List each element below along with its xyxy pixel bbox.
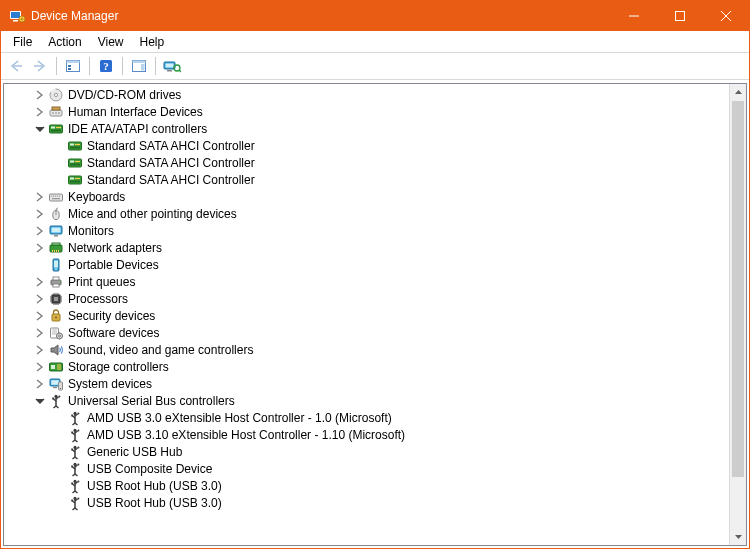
- scroll-down-button[interactable]: [730, 528, 746, 545]
- vertical-scrollbar[interactable]: [729, 84, 746, 545]
- menu-help[interactable]: Help: [132, 33, 173, 51]
- tree-node[interactable]: Processors: [6, 290, 729, 307]
- hid-icon: [48, 104, 64, 120]
- svg-text:?: ?: [103, 60, 109, 72]
- tree-node[interactable]: AMD USB 3.0 eXtensible Host Controller -…: [6, 409, 729, 426]
- tree-node[interactable]: Print queues: [6, 273, 729, 290]
- tree-node[interactable]: USB Root Hub (USB 3.0): [6, 477, 729, 494]
- chevron-down-icon[interactable]: [33, 122, 47, 136]
- chevron-right-icon[interactable]: [33, 190, 47, 204]
- mouse-icon: [48, 206, 64, 222]
- tree-node[interactable]: Standard SATA AHCI Controller: [6, 154, 729, 171]
- tree-node-label: Keyboards: [68, 190, 125, 204]
- tree-node[interactable]: System devices: [6, 375, 729, 392]
- monitor-icon: [48, 223, 64, 239]
- tree-node[interactable]: Standard SATA AHCI Controller: [6, 171, 729, 188]
- chevron-right-icon[interactable]: [33, 377, 47, 391]
- tree-node[interactable]: Monitors: [6, 222, 729, 239]
- toolbar: ?: [1, 53, 749, 80]
- chevron-right-icon[interactable]: [33, 224, 47, 238]
- tree-node-label: Standard SATA AHCI Controller: [87, 139, 255, 153]
- scroll-up-button[interactable]: [730, 84, 746, 101]
- svg-rect-12: [133, 61, 146, 64]
- menu-view[interactable]: View: [90, 33, 132, 51]
- tree-node-label: USB Root Hub (USB 3.0): [87, 479, 222, 493]
- chevron-right-icon[interactable]: [33, 88, 47, 102]
- tree-node[interactable]: Standard SATA AHCI Controller: [6, 137, 729, 154]
- usb-icon: [48, 393, 64, 409]
- chevron-right-icon[interactable]: [33, 309, 47, 323]
- svg-rect-4: [676, 12, 685, 21]
- back-button[interactable]: [5, 55, 27, 77]
- tree-node-label: DVD/CD-ROM drives: [68, 88, 181, 102]
- tree-node[interactable]: Security devices: [6, 307, 729, 324]
- device-tree[interactable]: DVD/CD-ROM drivesHuman Interface Devices…: [4, 84, 729, 545]
- keyboard-icon: [48, 189, 64, 205]
- tree-node-label: Storage controllers: [68, 360, 169, 374]
- tree-node-label: Portable Devices: [68, 258, 159, 272]
- chevron-right-icon[interactable]: [33, 292, 47, 306]
- scrollbar-track[interactable]: [730, 101, 746, 528]
- tree-node[interactable]: DVD/CD-ROM drives: [6, 86, 729, 103]
- close-button[interactable]: [703, 1, 749, 31]
- tree-node-label: Network adapters: [68, 241, 162, 255]
- tree-node[interactable]: AMD USB 3.10 eXtensible Host Controller …: [6, 426, 729, 443]
- show-hide-tree-button[interactable]: [62, 55, 84, 77]
- tree-node[interactable]: Storage controllers: [6, 358, 729, 375]
- menubar: File Action View Help: [1, 31, 749, 53]
- tree-node[interactable]: Keyboards: [6, 188, 729, 205]
- tree-node[interactable]: USB Root Hub (USB 3.0): [6, 494, 729, 511]
- scan-hardware-button[interactable]: [161, 55, 183, 77]
- tree-node-label: AMD USB 3.10 eXtensible Host Controller …: [87, 428, 405, 442]
- show-hide-action-button[interactable]: [128, 55, 150, 77]
- network-icon: [48, 240, 64, 256]
- menu-action[interactable]: Action: [40, 33, 89, 51]
- usb-icon: [67, 478, 83, 494]
- chevron-right-icon[interactable]: [33, 207, 47, 221]
- software-icon: [48, 325, 64, 341]
- svg-rect-2: [13, 20, 18, 22]
- forward-button[interactable]: [29, 55, 51, 77]
- svg-rect-15: [166, 64, 174, 68]
- tree-node-label: Standard SATA AHCI Controller: [87, 156, 255, 170]
- minimize-button[interactable]: [611, 1, 657, 31]
- tree-node[interactable]: IDE ATA/ATAPI controllers: [6, 120, 729, 137]
- chevron-right-icon[interactable]: [33, 343, 47, 357]
- tree-node[interactable]: Universal Serial Bus controllers: [6, 392, 729, 409]
- tree-node-label: Security devices: [68, 309, 155, 323]
- svg-rect-13: [141, 64, 145, 71]
- chevron-right-icon[interactable]: [33, 241, 47, 255]
- tree-node-label: Sound, video and game controllers: [68, 343, 253, 357]
- usb-icon: [67, 495, 83, 511]
- tree-node[interactable]: Portable Devices: [6, 256, 729, 273]
- chevron-down-icon[interactable]: [33, 394, 47, 408]
- disc-icon: [48, 87, 64, 103]
- chevron-right-icon[interactable]: [33, 360, 47, 374]
- tree-node[interactable]: Sound, video and game controllers: [6, 341, 729, 358]
- security-icon: [48, 308, 64, 324]
- toolbar-separator: [155, 57, 156, 75]
- content-area: DVD/CD-ROM drivesHuman Interface Devices…: [1, 80, 749, 548]
- tree-node[interactable]: Mice and other pointing devices: [6, 205, 729, 222]
- menu-file[interactable]: File: [5, 33, 40, 51]
- help-button[interactable]: ?: [95, 55, 117, 77]
- device-tree-container: DVD/CD-ROM drivesHuman Interface Devices…: [3, 83, 747, 546]
- tree-node[interactable]: Network adapters: [6, 239, 729, 256]
- portable-icon: [48, 257, 64, 273]
- chevron-right-icon[interactable]: [33, 105, 47, 119]
- tree-node-label: AMD USB 3.0 eXtensible Host Controller -…: [87, 411, 392, 425]
- usb-icon: [67, 461, 83, 477]
- toolbar-separator: [122, 57, 123, 75]
- tree-node[interactable]: Software devices: [6, 324, 729, 341]
- tree-node[interactable]: USB Composite Device: [6, 460, 729, 477]
- scrollbar-thumb[interactable]: [732, 101, 744, 477]
- maximize-button[interactable]: [657, 1, 703, 31]
- usb-icon: [67, 444, 83, 460]
- ide-icon: [67, 172, 83, 188]
- tree-node-label: USB Root Hub (USB 3.0): [87, 496, 222, 510]
- chevron-right-icon[interactable]: [33, 326, 47, 340]
- chevron-right-icon[interactable]: [33, 275, 47, 289]
- storage-icon: [48, 359, 64, 375]
- tree-node[interactable]: Human Interface Devices: [6, 103, 729, 120]
- tree-node[interactable]: Generic USB Hub: [6, 443, 729, 460]
